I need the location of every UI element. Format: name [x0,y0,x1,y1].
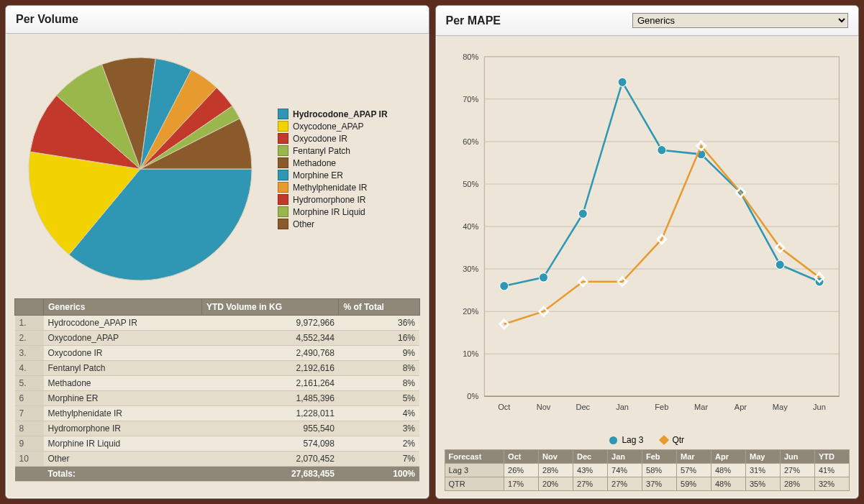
svg-text:20%: 20% [463,307,478,316]
legend-item[interactable]: Methylphenidate IR [278,182,388,193]
legend-swatch [278,170,288,180]
legend-swatch [278,182,288,193]
dashboard: Per Volume Hydrocodone_APAP IROxycodone_… [0,0,864,504]
forecast-body: Lag 326%28%43%74%58%57%48%31%27%41%QTR17… [445,464,850,491]
table-row[interactable]: 9Morphine IR Liquid574,0982% [15,436,420,452]
pie-chart [14,40,273,298]
legend-swatch [278,109,288,119]
svg-text:60%: 60% [463,137,478,146]
table-row[interactable]: 8Hydromorphone IR955,5403% [15,421,420,436]
volume-table: Generics YTD Volume in KG % of Total 1.H… [14,298,420,482]
data-point[interactable] [539,273,547,282]
svg-text:Jun: Jun [813,403,826,411]
volume-table-body: 1.Hydrocodone_APAP IR9,972,96636%2.Oxyco… [15,316,420,467]
legend-item[interactable]: Hydrocodone_APAP IR [278,109,388,119]
table-row[interactable]: 6Morphine ER1,485,3965% [15,391,420,406]
data-point[interactable] [776,260,784,269]
data-point[interactable] [657,145,665,154]
svg-text:Oct: Oct [498,403,511,411]
totals-pct: 100% [339,467,419,482]
forecast-head-row: ForecastOctNovDecJanFebMarAprMayJunYTD [445,450,850,464]
generics-dropdown[interactable]: Generics [632,13,848,28]
pie-legend: Hydrocodone_APAP IROxycodone_APAPOxycodo… [278,107,388,231]
svg-text:Feb: Feb [655,403,668,411]
svg-text:Nov: Nov [536,403,550,411]
totals-label: Totals: [44,467,202,482]
svg-text:Dec: Dec [576,403,590,411]
svg-text:Apr: Apr [734,403,746,411]
legend-item[interactable]: Methadone [278,157,388,168]
svg-text:Jan: Jan [616,403,629,411]
totals-vol: 27,683,455 [201,467,339,482]
legend-item[interactable]: Morphine ER [278,170,388,180]
forecast-table: ForecastOctNovDecJanFebMarAprMayJunYTD L… [445,449,850,491]
legend-item[interactable]: Other [278,219,388,229]
legend-swatch [278,219,288,229]
legend-item[interactable]: Oxycodone IR [278,133,388,144]
svg-text:0%: 0% [467,392,478,400]
svg-text:40%: 40% [463,222,478,231]
col-idx [15,299,44,316]
legend-item[interactable]: Fentanyl Patch [278,145,388,156]
legend-swatch [278,206,288,217]
svg-text:10%: 10% [463,349,478,358]
legend-swatch [278,194,288,205]
panel-title-left: Per Volume [16,13,78,26]
svg-text:Mar: Mar [694,403,708,411]
col-vol: YTD Volume in KG [201,299,339,316]
col-name: Generics [44,299,202,316]
table-row[interactable]: 3.Oxycodone IR2,490,7689% [15,346,420,361]
svg-text:50%: 50% [463,180,478,188]
panel-per-mape: Per MAPE Generics 0%10%20%30%40%50%60%70… [435,5,860,499]
svg-text:30%: 30% [463,265,478,273]
legend-item[interactable]: Oxycodone_APAP [278,121,388,132]
qtr-marker-icon [659,435,669,445]
legend-item[interactable]: Morphine IR Liquid [278,206,388,217]
table-row[interactable]: QTR17%20%27%27%37%59%48%35%28%32% [445,477,850,491]
table-row[interactable]: 1.Hydrocodone_APAP IR9,972,96636% [15,316,420,331]
svg-text:May: May [772,403,787,411]
pie-chart-area: Hydrocodone_APAP IROxycodone_APAPOxycodo… [14,40,420,298]
table-row[interactable]: 4.Fentanyl Patch2,192,6168% [15,361,420,376]
line-chart: 0%10%20%30%40%50%60%70%80%OctNovDecJanFe… [445,42,850,430]
data-point[interactable] [578,209,587,218]
svg-text:70%: 70% [463,95,478,104]
legend-swatch [278,133,288,144]
legend-swatch [278,121,288,132]
data-point[interactable] [499,281,508,290]
legend-swatch [278,145,288,156]
table-row[interactable]: 7Methylphenidate IR1,228,0114% [15,406,420,421]
data-point[interactable] [618,78,627,86]
panel-title-right: Per MAPE [446,14,501,27]
table-row[interactable]: 10Other2,070,4527% [15,452,420,467]
line-legend: Lag 3 Qtr [445,435,850,449]
table-row[interactable]: Lag 326%28%43%74%58%57%48%31%27%41% [445,464,850,477]
lag3-marker-icon [609,436,617,444]
panel-per-volume: Per Volume Hydrocodone_APAP IROxycodone_… [5,5,429,499]
legend-swatch [278,157,288,168]
table-row[interactable]: 2.Oxycodone_APAP4,552,34416% [15,331,420,346]
legend-item[interactable]: Hydromorphone IR [278,194,388,205]
table-row[interactable]: 5.Methadone2,161,2648% [15,376,420,391]
svg-text:80%: 80% [463,52,478,61]
col-pct: % of Total [339,299,419,316]
